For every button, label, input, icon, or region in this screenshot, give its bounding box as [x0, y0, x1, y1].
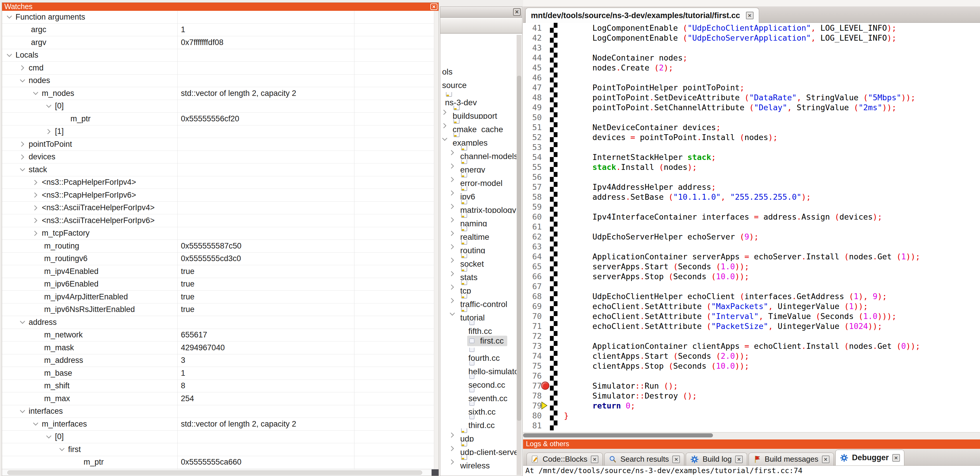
watch-value[interactable]: 0x5555555cd3c0: [181, 252, 350, 265]
watch-row[interactable]: stack: [2, 163, 434, 176]
watch-row[interactable]: argv0x7fffffffdf08: [2, 36, 434, 49]
tree-item-first-cc[interactable]: first.cc: [440, 334, 517, 348]
breakpoint-margin[interactable]: [542, 152, 550, 162]
chevron-down-icon[interactable]: [6, 51, 13, 59]
watch-value[interactable]: std::vector of length 2, capacity 2: [181, 87, 350, 100]
watch-row[interactable]: nodes: [2, 75, 434, 88]
code-line-72[interactable]: 72: [523, 331, 980, 341]
breakpoint-margin[interactable]: [542, 232, 550, 241]
code-line-45[interactable]: 45 nodes.Create (2);: [523, 62, 980, 72]
code-line-81[interactable]: 81: [523, 420, 980, 430]
chevron-right-icon[interactable]: [449, 270, 456, 278]
close-icon[interactable]: ×: [746, 12, 754, 19]
code-text[interactable]: Simulator::Run ();: [557, 381, 678, 390]
breakpoint-margin[interactable]: [542, 83, 550, 93]
log-tab-build-messages[interactable]: Build messages×: [749, 453, 834, 465]
tree-item-tutorial[interactable]: tutorial: [440, 307, 517, 321]
watch-value[interactable]: [181, 138, 350, 150]
chevron-right-icon[interactable]: [449, 445, 456, 452]
chevron-down-icon[interactable]: [32, 420, 40, 428]
watch-value[interactable]: [181, 227, 350, 240]
breakpoint-margin[interactable]: [542, 102, 550, 112]
tree-item-realtime[interactable]: realtime: [440, 227, 517, 240]
watch-value[interactable]: 0x55555556cf20: [181, 113, 350, 125]
breakpoint-margin[interactable]: [542, 132, 550, 142]
chevron-right-icon[interactable]: [449, 149, 456, 157]
breakpoint-margin[interactable]: [542, 53, 550, 62]
watch-row[interactable]: pointToPoint: [2, 138, 434, 151]
code-line-75[interactable]: 75 clientApps.Stop (Seconds (10.0));: [523, 361, 980, 371]
watch-row[interactable]: [0]: [2, 431, 434, 444]
log-tab-search-results[interactable]: Search results×: [604, 453, 684, 465]
code-text[interactable]: Simulator::Destroy ();: [557, 391, 697, 400]
watch-row[interactable]: <ns3::AsciiTraceHelperForIpv4>: [2, 202, 434, 215]
watch-row[interactable]: m_nodesstd::vector of length 2, capacity…: [2, 87, 434, 100]
chevron-right-icon[interactable]: [45, 128, 52, 135]
code-text[interactable]: InternetStackHelper stack;: [557, 153, 716, 162]
chevron-down-icon[interactable]: [19, 166, 26, 173]
logs-title-bar[interactable]: Logs & others: [523, 439, 980, 449]
code-line-43[interactable]: 43: [523, 43, 980, 53]
chevron-down-icon[interactable]: [19, 318, 26, 326]
code-line-78[interactable]: 78 Simulator::Destroy ();: [523, 391, 980, 401]
watch-value[interactable]: [181, 75, 350, 87]
watch-value[interactable]: [181, 189, 350, 201]
watch-row[interactable]: m_ipv4Enabledtrue: [2, 265, 434, 278]
watches-vertical-scrollbar[interactable]: [434, 11, 439, 469]
breakpoint-margin[interactable]: [542, 381, 550, 391]
code-text[interactable]: echoClient.SetAttribute ("Interval", Tim…: [557, 311, 896, 321]
breakpoint-margin[interactable]: [542, 172, 550, 182]
watch-row[interactable]: first: [2, 443, 434, 456]
tree-item-fifth-cc[interactable]: fifth.cc: [440, 321, 517, 334]
close-icon[interactable]: ×: [735, 455, 743, 463]
code-line-46[interactable]: 46: [523, 72, 980, 83]
breakpoint-margin[interactable]: [542, 371, 550, 381]
files-panel-caption[interactable]: ×: [440, 7, 522, 18]
watch-row[interactable]: cmd: [2, 62, 434, 75]
breakpoint-margin[interactable]: [542, 62, 550, 72]
watch-row[interactable]: m_routingv60x5555555cd3c0: [2, 252, 434, 265]
breakpoint-margin[interactable]: [542, 331, 550, 341]
code-line-64[interactable]: 64 ApplicationContainer serverApps = ech…: [523, 251, 980, 261]
close-icon[interactable]: ×: [672, 455, 680, 463]
tree-item-routing[interactable]: routing: [440, 240, 517, 254]
chevron-down-icon[interactable]: [45, 102, 52, 110]
breakpoint-margin[interactable]: [542, 212, 550, 222]
watch-value[interactable]: 0x7fffffffdf08: [181, 36, 350, 49]
chevron-down-icon[interactable]: [58, 446, 66, 453]
chevron-right-icon[interactable]: [441, 109, 449, 116]
code-line-67[interactable]: 67: [523, 281, 980, 291]
chevron-down-icon[interactable]: [449, 310, 456, 318]
watch-value[interactable]: [181, 316, 350, 329]
code-text[interactable]: clientApps.Stop (Seconds (10.0));: [557, 361, 749, 371]
watches-column-separator[interactable]: [177, 11, 178, 469]
watch-value[interactable]: 0x555555587c50: [181, 240, 350, 252]
breakpoint-margin[interactable]: [542, 112, 550, 122]
watch-value[interactable]: 4294967040: [181, 342, 350, 354]
log-tab-debugger[interactable]: Debugger×: [835, 450, 904, 465]
code-text[interactable]: UdpEchoClientHelper echoClient (interfac…: [557, 292, 887, 301]
tree-item-stats[interactable]: stats: [440, 267, 517, 280]
watch-row[interactable]: <ns3::PcapHelperForIpv6>: [2, 189, 434, 202]
watch-value[interactable]: [181, 62, 350, 74]
editor-tab-first-cc[interactable]: mnt/dev/tools/source/ns-3-dev/examples/t…: [525, 8, 759, 23]
code-area[interactable]: 41 LogComponentEnable ("UdpEchoClientApp…: [523, 23, 980, 432]
breakpoint-margin[interactable]: [542, 272, 550, 281]
tree-item-fourth-cc[interactable]: fourth.cc: [440, 348, 517, 361]
tree-item-seventh-cc[interactable]: seventh.cc: [440, 388, 517, 401]
watch-value[interactable]: [181, 202, 350, 214]
log-tab-code-blocks[interactable]: Code::Blocks×: [527, 453, 603, 465]
code-line-47[interactable]: 47 PointToPointHelper pointToPoint;: [523, 83, 980, 93]
code-text[interactable]: serverApps.Start (Seconds (1.0));: [557, 262, 749, 271]
chevron-right-icon[interactable]: [449, 243, 456, 251]
breakpoint-margin[interactable]: [542, 301, 550, 311]
code-line-69[interactable]: 69 echoClient.SetAttribute ("MaxPackets"…: [523, 301, 980, 311]
chevron-right-icon[interactable]: [449, 256, 456, 264]
tree-item-examples[interactable]: examples: [440, 133, 517, 146]
chevron-down-icon[interactable]: [19, 77, 26, 85]
watch-row[interactable]: m_ptr0x55555556cf20: [2, 113, 434, 125]
breakpoint-margin[interactable]: [542, 411, 550, 420]
code-line-73[interactable]: 73 ApplicationContainer clientApps = ech…: [523, 341, 980, 351]
code-line-77[interactable]: 77 Simulator::Run ();: [523, 381, 980, 391]
watch-value[interactable]: 1: [181, 367, 350, 380]
